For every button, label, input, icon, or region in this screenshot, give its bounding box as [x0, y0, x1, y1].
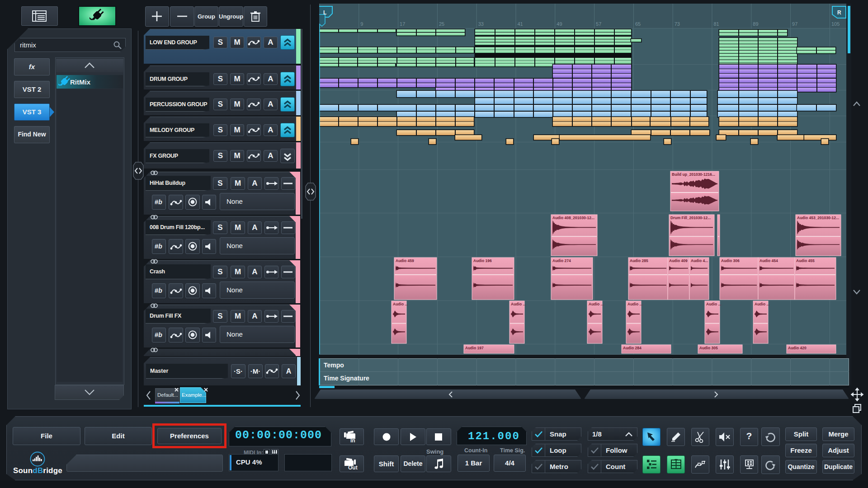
svg-text:Audio 285: Audio 285 — [630, 258, 648, 263]
svg-text:Drum Fill_201030-12...: Drum Fill_201030-12... — [670, 216, 711, 220]
svg-text:R: R — [837, 9, 841, 16]
svg-text:97: 97 — [792, 21, 797, 27]
svg-text:25: 25 — [439, 21, 444, 27]
svg-text:Audio 197: Audio 197 — [465, 346, 484, 350]
svg-text:Audio 455: Audio 455 — [796, 258, 815, 263]
svg-text:Audio 420: Audio 420 — [788, 346, 807, 350]
svg-text:49: 49 — [557, 21, 562, 27]
svg-text:Audio ...: Audio ... — [706, 302, 722, 306]
svg-text:41: 41 — [518, 21, 523, 27]
svg-text:57: 57 — [596, 21, 601, 27]
svg-text:17: 17 — [400, 21, 405, 27]
svg-text:Audio 408_201030-12...: Audio 408_201030-12... — [552, 216, 594, 220]
svg-text:Audio ...: Audio ... — [755, 302, 770, 306]
svg-text:Audio 305: Audio 305 — [699, 346, 718, 350]
svg-text:Audio ...: Audio ... — [393, 302, 408, 306]
svg-text:Audio 453_201030-12...: Audio 453_201030-12... — [797, 216, 839, 220]
svg-text:Build up_201030-1216...: Build up_201030-1216... — [672, 172, 715, 177]
svg-text:Audio ...: Audio ... — [589, 302, 604, 306]
svg-text:73: 73 — [675, 21, 680, 27]
svg-text:Audio 459: Audio 459 — [396, 258, 414, 263]
svg-text:Audio 274: Audio 274 — [552, 258, 571, 263]
svg-text:89: 89 — [753, 21, 758, 27]
svg-text:Audio 306: Audio 306 — [721, 258, 740, 263]
svg-text:Audio 409: Audio 409 — [669, 258, 688, 263]
svg-text:Audio 4...: Audio 4... — [691, 258, 708, 263]
svg-text:Audio 284: Audio 284 — [623, 346, 642, 350]
svg-text:Audio ...: Audio ... — [511, 302, 526, 306]
svg-text:33: 33 — [478, 21, 484, 27]
svg-text:65: 65 — [635, 21, 641, 27]
svg-text:L: L — [323, 9, 326, 16]
svg-text:105: 105 — [831, 21, 840, 27]
svg-text:81: 81 — [714, 21, 719, 27]
svg-text:Audio ...: Audio ... — [627, 302, 643, 306]
svg-text:Audio 454: Audio 454 — [760, 258, 778, 263]
svg-text:9: 9 — [360, 21, 363, 27]
svg-text:Audio 196: Audio 196 — [473, 258, 492, 263]
